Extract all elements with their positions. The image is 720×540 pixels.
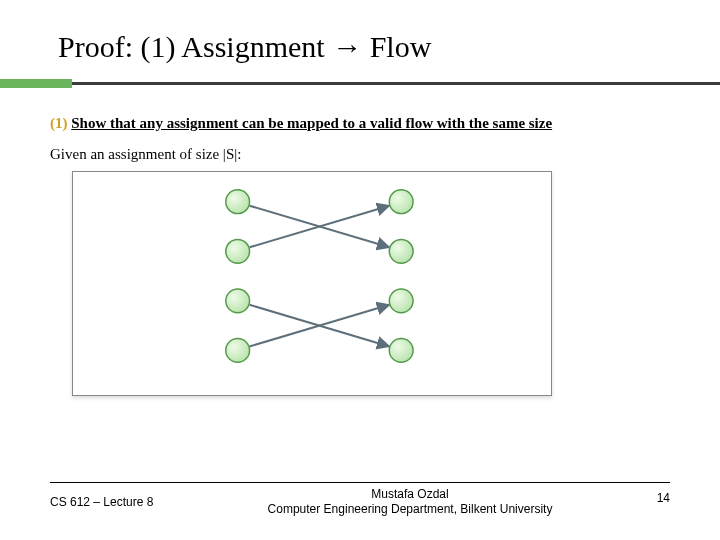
right-node-1 (389, 190, 413, 214)
slide-footer: CS 612 – Lecture 8 Mustafa Ozdal Compute… (50, 482, 670, 518)
proof-step-line: (1) Show that any assignment can be mapp… (50, 115, 670, 132)
right-node-3 (389, 289, 413, 313)
footer-row: CS 612 – Lecture 8 Mustafa Ozdal Compute… (50, 487, 670, 518)
step-text: Show that any assignment can be mapped t… (71, 115, 552, 131)
title-rule (0, 82, 720, 85)
page-number: 14 (610, 487, 670, 505)
footer-course: CS 612 – Lecture 8 (50, 487, 210, 509)
footer-rule (50, 482, 670, 483)
left-node-3 (226, 289, 250, 313)
bipartite-diagram (72, 171, 552, 396)
left-node-1 (226, 190, 250, 214)
footer-author: Mustafa Ozdal (210, 487, 610, 503)
left-node-2 (226, 239, 250, 263)
slide-title: Proof: (1) Assignment → Flow (50, 30, 670, 64)
step-number: (1) (50, 115, 68, 131)
slide: Proof: (1) Assignment → Flow (1) Show th… (0, 0, 720, 540)
diagram-svg (73, 172, 551, 395)
footer-dept: Computer Engineering Department, Bilkent… (210, 502, 610, 518)
left-node-4 (226, 339, 250, 363)
right-node-4 (389, 339, 413, 363)
right-node-2 (389, 239, 413, 263)
accent-block (0, 79, 72, 88)
given-line: Given an assignment of size |S|: (50, 146, 670, 163)
footer-center: Mustafa Ozdal Computer Engineering Depar… (210, 487, 610, 518)
